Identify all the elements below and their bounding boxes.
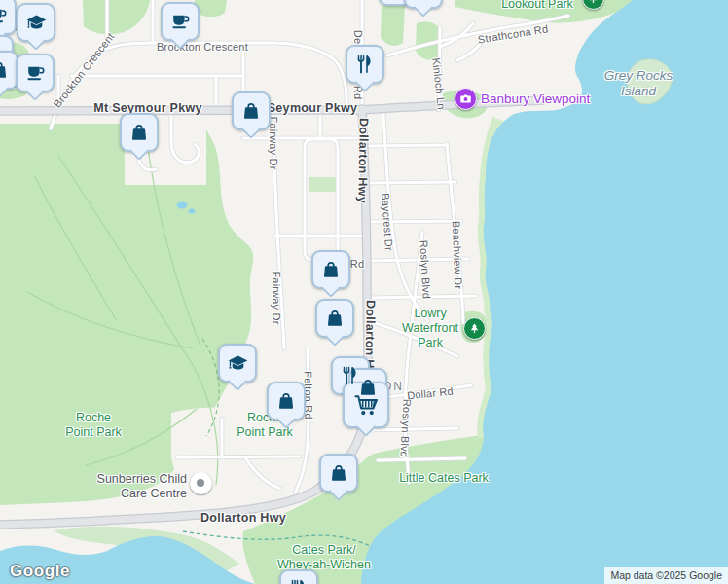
road-label-de: De	[352, 30, 364, 44]
road-label-beachview-dr: Beachview Dr	[451, 221, 464, 290]
place-label-line: Roche	[65, 411, 122, 425]
marker-shopping-bag-marker[interactable]	[315, 299, 354, 338]
road-label-fairway-dr: Fairway Dr	[271, 271, 282, 324]
marker-cafe-marker-partial[interactable]	[0, 0, 17, 35]
road-label-rd: Rd	[350, 258, 364, 270]
place-label-line: Banbury Viewpoint	[481, 91, 590, 106]
coffee-cup-icon	[168, 10, 192, 33]
map[interactable]: Brockton CrescentBrockton CrescentMt Sey…	[0, 0, 728, 584]
road-label-brockton-crescent: Brockton Crescent	[157, 41, 248, 53]
place-label-line: Cates Park/	[277, 543, 371, 558]
place-label-line: Lowry	[402, 307, 458, 321]
place-label-lowry-waterfront-park: LowryWaterfrontPark	[402, 307, 458, 350]
fork-knife-icon	[353, 53, 377, 76]
place-label-line: Lookout Park	[501, 0, 573, 12]
place-label-line: Park	[402, 336, 458, 350]
place-label-grey-rocks-island: Grey RocksIsland	[604, 68, 673, 99]
map-attribution: Map data ©2025 Google	[604, 567, 728, 584]
place-label-cates-park-whey-ah-wichen: Cates Park/Whey-ah-Wichen	[277, 543, 371, 572]
shopping-bag-icon	[0, 58, 11, 82]
place-label-line: Island	[604, 84, 673, 99]
marker-shopping-bag-marker[interactable]	[232, 91, 271, 130]
place-label-sunberries-child-care-centre: Sunberries ChildCare Centre	[97, 472, 187, 501]
shopping-cart-icon	[351, 390, 381, 420]
place-label-line: Little Cates Park	[399, 471, 489, 486]
marker-lowry-waterfront-park-marker[interactable]	[463, 317, 486, 340]
road-label-seymour-pkwy: Seymour Pkwy	[268, 101, 358, 115]
place-label-line: Point Park	[65, 425, 122, 440]
marker-education-marker[interactable]	[17, 3, 55, 42]
marker-education-marker-roche[interactable]	[218, 344, 257, 383]
place-label-lookout-park: Lookout Park	[501, 0, 573, 12]
graduation-cap-icon	[24, 11, 49, 35]
shopping-bag-icon	[327, 461, 350, 485]
marker-partial-marker-top[interactable]	[404, 0, 443, 9]
road-label-dollarton-hwy: Dollarton Hwy	[355, 118, 371, 203]
google-logo[interactable]: Google	[10, 562, 70, 581]
marker-restaurant-marker-partial-bottom[interactable]	[279, 569, 318, 584]
road-label-dollarton-hwy: Dollarton Hwy	[200, 511, 286, 525]
marker-banbury-viewpoint-marker[interactable]	[455, 88, 477, 110]
shopping-bag-icon	[274, 389, 298, 413]
marker-sunberries-child-care-marker[interactable]	[190, 472, 212, 494]
fork-knife-icon	[287, 577, 310, 584]
poi-dot-icon	[197, 479, 204, 487]
shopping-bag-icon	[319, 258, 343, 281]
green-strip	[309, 177, 336, 192]
place-label-roche-point-park: RochePoint Park	[65, 411, 122, 440]
place-label-line: Grey Rocks	[604, 68, 673, 84]
place-label-little-cates-park: Little Cates Park	[399, 471, 489, 486]
marker-cafe-marker-brockton[interactable]	[161, 2, 200, 41]
marker-cafe-marker[interactable]	[16, 54, 55, 92]
marker-restaurant-marker[interactable]	[346, 45, 384, 84]
marker-shopping-bag-marker[interactable]	[319, 454, 358, 493]
place-label-banbury-viewpoint: Banbury Viewpoint	[481, 91, 590, 106]
place-label-line: Sunberries Child	[97, 472, 187, 487]
camera-icon	[458, 91, 473, 106]
tree-icon	[467, 321, 482, 336]
place-label-line: Care Centre	[97, 487, 187, 501]
coffee-cup-icon	[23, 61, 47, 85]
tree-icon	[586, 0, 601, 6]
graduation-cap-icon	[226, 351, 250, 376]
shopping-bag-icon	[323, 307, 346, 330]
marker-shopping-bag-marker[interactable]	[267, 382, 306, 420]
place-label-line: Waterfront	[402, 321, 458, 336]
shopping-bag-icon	[239, 99, 263, 123]
marker-shopping-bag-marker[interactable]	[120, 113, 159, 152]
marker-shopping-bag-marker[interactable]	[311, 250, 350, 289]
coffee-cup-icon	[0, 4, 9, 27]
shopping-bag-icon	[127, 121, 151, 144]
